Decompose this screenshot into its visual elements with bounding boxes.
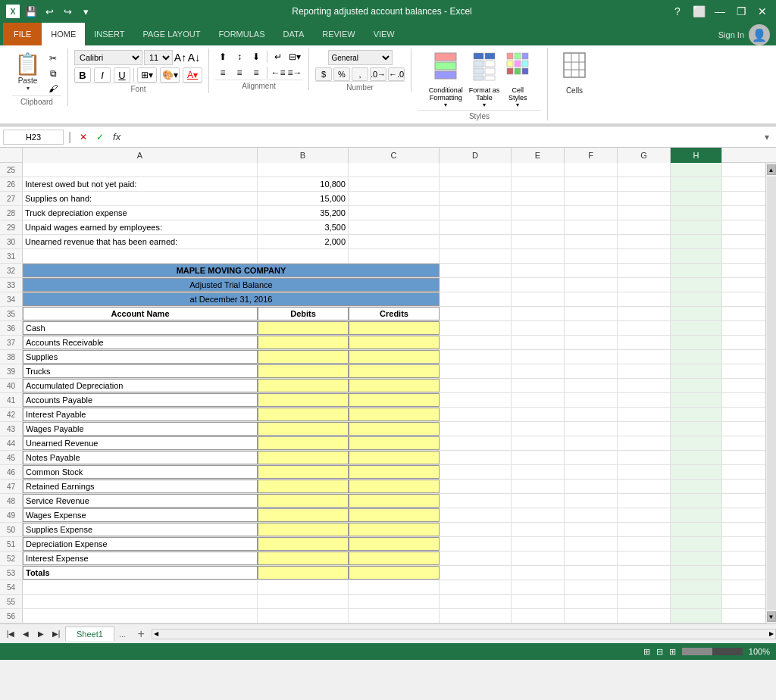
format-painter-button[interactable]: 🖌 (45, 82, 61, 95)
cell-g25[interactable] (618, 163, 671, 177)
cell-g55[interactable] (618, 595, 671, 608)
cell-a52[interactable]: Interest Expense (23, 552, 258, 565)
cell-c35[interactable]: Credits (349, 307, 440, 320)
close-button[interactable]: ✕ (755, 4, 770, 19)
col-header-c[interactable]: C (349, 148, 440, 163)
cell-h38[interactable] (671, 350, 722, 364)
cell-g36[interactable] (618, 321, 671, 335)
cell-b47[interactable] (258, 480, 349, 493)
increase-indent-button[interactable]: ≡→ (287, 66, 302, 80)
cell-e27[interactable] (512, 192, 565, 205)
cell-h40[interactable] (671, 379, 722, 392)
cell-f42[interactable] (565, 408, 618, 421)
first-sheet-button[interactable]: |◀ (3, 627, 18, 642)
cell-d53[interactable] (440, 566, 512, 580)
cell-g46[interactable] (618, 465, 671, 479)
cell-b46[interactable] (258, 465, 349, 479)
cell-e42[interactable] (512, 408, 565, 421)
cell-h53[interactable] (671, 566, 722, 580)
cell-merged-33[interactable]: Adjusted Trial Balance (23, 278, 440, 292)
cell-h55[interactable] (671, 595, 722, 608)
cell-e50[interactable] (512, 523, 565, 536)
tab-view[interactable]: VIEW (365, 23, 404, 45)
cell-h28[interactable] (671, 206, 722, 220)
horizontal-scrollbar[interactable]: ◀ ▶ (152, 629, 776, 639)
cell-g29[interactable] (618, 220, 671, 234)
cell-d30[interactable] (440, 235, 512, 248)
cell-b27[interactable]: 15,000 (258, 192, 349, 205)
cell-h49[interactable] (671, 508, 722, 522)
format-as-table-button[interactable]: Format asTable ▾ (468, 50, 502, 110)
cell-c54[interactable] (349, 580, 440, 594)
cell-e49[interactable] (512, 508, 565, 522)
cell-d49[interactable] (440, 508, 512, 522)
cell-c52[interactable] (349, 552, 440, 565)
ribbon-toggle-button[interactable]: ⬜ (691, 4, 706, 19)
cell-f40[interactable] (565, 379, 618, 392)
decrease-indent-button[interactable]: ←≡ (271, 66, 286, 80)
cell-c39[interactable] (349, 364, 440, 378)
save-button[interactable]: 💾 (23, 3, 39, 20)
cell-h51[interactable] (671, 537, 722, 551)
page-layout-button[interactable]: ⊟ (656, 647, 663, 657)
page-break-button[interactable]: ⊞ (669, 647, 676, 657)
cell-e35[interactable] (512, 307, 565, 320)
cell-h34[interactable] (671, 292, 722, 306)
cell-f43[interactable] (565, 422, 618, 436)
vertical-scrollbar[interactable]: ▲ ▼ (765, 163, 776, 623)
cell-d42[interactable] (440, 408, 512, 421)
undo-button[interactable]: ↩ (41, 3, 58, 20)
cell-c56[interactable] (349, 609, 440, 623)
cell-g32[interactable] (618, 264, 671, 277)
cell-e45[interactable] (512, 451, 565, 464)
cell-b48[interactable] (258, 494, 349, 508)
cell-a43[interactable]: Wages Payable (23, 422, 258, 436)
align-bottom-button[interactable]: ⬇ (249, 50, 264, 64)
cell-h35[interactable] (671, 307, 722, 320)
cell-b50[interactable] (258, 523, 349, 536)
cell-c45[interactable] (349, 451, 440, 464)
cell-b43[interactable] (258, 422, 349, 436)
cell-a28[interactable]: Truck depreciation expense (23, 206, 258, 220)
tab-formulas[interactable]: FORMULAS (209, 23, 274, 45)
cell-c41[interactable] (349, 393, 440, 407)
cell-c27[interactable] (349, 192, 440, 205)
cell-b25[interactable] (258, 163, 349, 177)
cell-e38[interactable] (512, 350, 565, 364)
cell-f49[interactable] (565, 508, 618, 522)
cell-f53[interactable] (565, 566, 618, 580)
cell-d47[interactable] (440, 480, 512, 493)
font-size-select[interactable]: 11 (144, 50, 173, 65)
cell-d39[interactable] (440, 364, 512, 378)
cell-a31[interactable] (23, 249, 258, 263)
cell-b44[interactable] (258, 436, 349, 450)
cell-b30[interactable]: 2,000 (258, 235, 349, 248)
cell-b29[interactable]: 3,500 (258, 220, 349, 234)
align-left-button[interactable]: ≡ (215, 66, 230, 80)
cell-g54[interactable] (618, 580, 671, 594)
cell-a40[interactable]: Accumulated Depreciation (23, 379, 258, 392)
cell-e32[interactable] (512, 264, 565, 277)
cell-c30[interactable] (349, 235, 440, 248)
cell-d25[interactable] (440, 163, 512, 177)
cell-merged-32[interactable]: MAPLE MOVING COMPANY (23, 264, 440, 277)
cell-a44[interactable]: Unearned Revenue (23, 436, 258, 450)
prev-sheet-button[interactable]: ◀ (18, 627, 33, 642)
cell-c38[interactable] (349, 350, 440, 364)
cell-f48[interactable] (565, 494, 618, 508)
cell-h47[interactable] (671, 480, 722, 493)
italic-button[interactable]: I (94, 67, 111, 83)
col-header-d[interactable]: D (440, 148, 512, 163)
tab-data[interactable]: DATA (274, 23, 314, 45)
cell-e55[interactable] (512, 595, 565, 608)
underline-button[interactable]: U (114, 67, 130, 83)
cell-b40[interactable] (258, 379, 349, 392)
cell-g31[interactable] (618, 249, 671, 263)
cell-h42[interactable] (671, 408, 722, 421)
cell-g45[interactable] (618, 451, 671, 464)
cell-a46[interactable]: Common Stock (23, 465, 258, 479)
cell-f29[interactable] (565, 220, 618, 234)
fill-color-button[interactable]: 🎨▾ (160, 67, 180, 83)
cell-a41[interactable]: Accounts Payable (23, 393, 258, 407)
cell-d50[interactable] (440, 523, 512, 536)
